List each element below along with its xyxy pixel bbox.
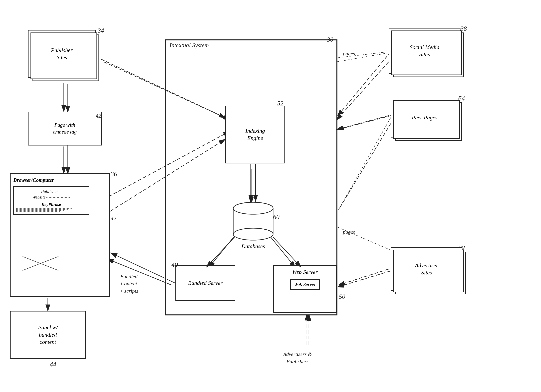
ref-30: 30 xyxy=(327,36,333,43)
indexing-engine-label: IndexingEngine xyxy=(245,127,265,142)
social-media-box: Social MediaSites xyxy=(389,28,460,74)
ref-44: 44 xyxy=(50,361,56,368)
panel-box: Panel w/bundledcontent xyxy=(10,311,86,359)
bundled-server-label: Bundled Server xyxy=(188,279,223,287)
databases-label: Databases xyxy=(241,243,265,249)
databases-cylinder: Databases xyxy=(231,201,275,241)
ref-40: 40 xyxy=(172,261,178,268)
social-media-label: Social MediaSites xyxy=(410,44,440,58)
pages-bottom-label: pages xyxy=(343,229,355,235)
ref-52: 52 xyxy=(277,100,283,107)
svg-line-7 xyxy=(337,116,389,129)
advertiser-sites-label: AdvertiserSites xyxy=(415,262,438,276)
diagram: PublisherSites 34 Page withembede tag 42… xyxy=(0,0,541,392)
page-embed-label: Page withembede tag xyxy=(53,122,77,135)
bundled-content-label: BundledContent+ scripts xyxy=(120,273,138,295)
ref-36: 36 xyxy=(111,170,117,178)
svg-point-21 xyxy=(233,228,273,240)
svg-line-5 xyxy=(104,132,229,199)
svg-line-6 xyxy=(337,62,389,119)
advertiser-sites-box: AdvertiserSites xyxy=(391,247,463,291)
svg-line-13 xyxy=(339,269,389,285)
web-server-label: Web Server xyxy=(292,268,317,276)
svg-line-41 xyxy=(338,118,391,211)
svg-line-30 xyxy=(338,116,391,129)
publisher-sites-box: PublisherSites xyxy=(28,30,96,78)
publisher-sites-label: PublisherSites xyxy=(51,47,73,61)
ref-34: 34 xyxy=(98,27,104,34)
svg-line-29 xyxy=(338,52,391,116)
panel-label: Panel w/bundledcontent xyxy=(38,324,58,346)
svg-line-15 xyxy=(339,124,391,209)
peer-pages-label: Peer Pages xyxy=(412,114,437,121)
intextual-system-label: Intextual System xyxy=(169,42,209,49)
svg-line-37 xyxy=(338,271,390,287)
peer-pages-box: Peer Pages xyxy=(391,98,458,138)
bundled-server-box: Bundled Server xyxy=(175,265,235,301)
ref-60: 60 xyxy=(273,213,280,221)
svg-line-4 xyxy=(104,62,229,119)
svg-line-35 xyxy=(273,237,301,267)
page-embed-box: Page withembede tag xyxy=(28,112,102,145)
svg-line-31 xyxy=(110,139,225,211)
svg-point-22 xyxy=(233,202,273,214)
pages-top-label: pages xyxy=(343,51,355,57)
svg-line-28 xyxy=(96,57,225,118)
browser-computer-box: Browser/Computer Publisher –Website KeyP… xyxy=(10,173,110,297)
web-server-box: Web Server Web Server xyxy=(273,265,337,313)
indexing-engine-box: IndexingEngine xyxy=(225,106,285,163)
svg-line-34 xyxy=(207,237,235,267)
advertisers-publishers-label: Advertisers &Publishers xyxy=(283,351,312,365)
ref-50: 50 xyxy=(339,293,345,300)
browser-computer-label: Browser/Computer xyxy=(13,177,54,184)
ref-42-1: 42 xyxy=(96,113,101,119)
ref-42-2: 42 xyxy=(111,215,116,222)
svg-line-12 xyxy=(108,259,172,285)
